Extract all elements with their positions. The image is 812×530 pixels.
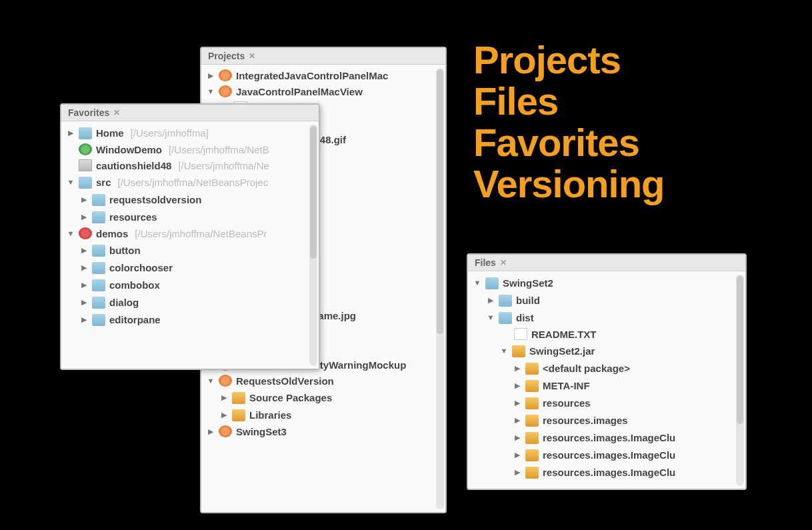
scrollbar[interactable] bbox=[736, 275, 744, 486]
tree-row[interactable]: ▶Home[/Users/jmhoffma] bbox=[63, 124, 317, 141]
folder-orange-icon bbox=[525, 380, 539, 392]
tree-item-label: src bbox=[96, 177, 111, 188]
expander-icon[interactable]: ▼ bbox=[67, 229, 75, 237]
expander-icon[interactable]: ▶ bbox=[220, 411, 228, 419]
expander-icon[interactable]: ▶ bbox=[513, 381, 521, 390]
java-icon bbox=[79, 227, 92, 239]
tree-row[interactable]: ▶SwingSet3 bbox=[203, 423, 444, 439]
expander-icon[interactable]: ▼ bbox=[207, 377, 215, 385]
tree-row[interactable]: ▶dialog bbox=[63, 293, 317, 311]
close-icon[interactable]: ✕ bbox=[500, 258, 507, 267]
tree-row[interactable]: ▶resources.images.ImageClu bbox=[469, 446, 744, 463]
tree-row[interactable]: ▶build bbox=[469, 291, 744, 309]
close-icon[interactable]: ✕ bbox=[113, 108, 120, 117]
folder-orange-icon bbox=[525, 432, 539, 444]
tree-row[interactable]: ▼dist bbox=[469, 309, 744, 326]
folder-orange-icon bbox=[232, 409, 245, 421]
tree-row[interactable]: ▶resources bbox=[63, 208, 317, 225]
close-icon[interactable]: ✕ bbox=[249, 51, 255, 61]
tree-row[interactable]: ▶<default package> bbox=[469, 359, 744, 377]
expander-icon[interactable]: ▶ bbox=[487, 296, 495, 305]
expander-icon[interactable]: ▼ bbox=[473, 279, 481, 287]
tree-row[interactable]: ▶resources.images bbox=[469, 411, 744, 429]
tree-item-label: SwingSet2.jar bbox=[529, 345, 595, 357]
expander-icon[interactable]: ▶ bbox=[80, 195, 88, 204]
scrollbar[interactable] bbox=[309, 125, 317, 366]
projects-panel-title[interactable]: Projects ✕ bbox=[201, 48, 445, 65]
files-panel-title[interactable]: Files ✕ bbox=[468, 255, 745, 271]
expander-icon[interactable]: ▶ bbox=[207, 427, 215, 436]
folder-icon bbox=[92, 297, 105, 309]
tree-row[interactable]: ▶IntegratedJavaControlPanelMac bbox=[203, 67, 444, 83]
tree-row[interactable]: cautionshield48[/Users/jmhoffma/Ne bbox=[63, 157, 317, 173]
favorites-tree[interactable]: ▶Home[/Users/jmhoffma]WindowDemo[/Users/… bbox=[61, 121, 319, 369]
expander-icon[interactable]: ▶ bbox=[80, 263, 88, 272]
tree-row[interactable]: ▶resources.images.ImageClu bbox=[469, 463, 744, 481]
favorites-panel-title[interactable]: Favorites ✕ bbox=[61, 105, 319, 121]
expander-icon[interactable]: ▶ bbox=[513, 433, 521, 442]
scrollbar-thumb[interactable] bbox=[310, 126, 317, 259]
folder-orange-icon bbox=[525, 415, 539, 427]
tree-item-hint: [/Users/jmhoffma/NetBeansPr bbox=[135, 228, 267, 239]
files-panel[interactable]: Files ✕ ▼SwingSet2▶build▼distREADME.TXT▼… bbox=[467, 253, 747, 490]
tree-row[interactable]: ▶resources.images.ImageClu bbox=[469, 429, 744, 446]
tree-row[interactable]: ▶Source Packages bbox=[203, 389, 444, 406]
expander-icon[interactable]: ▶ bbox=[513, 364, 521, 373]
tree-row[interactable]: ▶META-INF bbox=[469, 377, 744, 394]
tree-item-label: README.TXT bbox=[531, 329, 597, 340]
tree-item-label: resources.images.ImageClu bbox=[543, 467, 675, 478]
scrollbar-thumb[interactable] bbox=[737, 276, 743, 424]
tree-row[interactable]: ▼SwingSet2.jar bbox=[469, 342, 744, 359]
tree-item-label: JavaControlPanelMacView bbox=[236, 86, 363, 97]
tree-row[interactable]: ▼SwingSet2 bbox=[469, 274, 744, 291]
tree-row[interactable]: ▶resources bbox=[469, 394, 744, 411]
expander-icon[interactable]: ▶ bbox=[80, 315, 88, 324]
tree-row[interactable]: README.TXT bbox=[469, 326, 744, 342]
expander-icon[interactable]: ▶ bbox=[80, 213, 88, 221]
folder-orange-icon bbox=[232, 392, 245, 404]
folder-icon bbox=[79, 127, 92, 139]
tree-item-label: RequestsOldVersion bbox=[236, 375, 334, 387]
tree-item-label: Source Packages bbox=[249, 392, 332, 403]
tree-item-label: combobox bbox=[109, 279, 160, 291]
tree-item-label: resources.images bbox=[543, 415, 628, 426]
tree-row[interactable]: ▼JavaControlPanelMacView bbox=[203, 83, 444, 99]
scrollbar-thumb[interactable] bbox=[437, 69, 443, 334]
folder-icon bbox=[92, 194, 105, 206]
project-icon bbox=[219, 425, 232, 437]
files-tree[interactable]: ▼SwingSet2▶build▼distREADME.TXT▼SwingSet… bbox=[468, 271, 745, 489]
tree-row[interactable]: ▶editorpane bbox=[63, 311, 317, 328]
tree-row[interactable]: ▶button bbox=[63, 241, 317, 259]
tree-item-label: resources bbox=[109, 211, 157, 223]
expander-icon[interactable]: ▶ bbox=[67, 129, 75, 137]
tree-item-label: SwingSet3 bbox=[236, 426, 287, 437]
scrollbar[interactable] bbox=[436, 68, 444, 509]
tree-row[interactable]: ▼demos[/Users/jmhoffma/NetBeansPr bbox=[63, 225, 317, 241]
expander-icon[interactable]: ▶ bbox=[513, 399, 521, 407]
expander-icon[interactable]: ▶ bbox=[220, 393, 228, 402]
tree-row[interactable]: ▶Libraries bbox=[203, 406, 444, 423]
expander-icon[interactable]: ▼ bbox=[500, 347, 508, 355]
tree-row[interactable]: ▶requestsoldversion bbox=[63, 191, 317, 208]
expander-icon[interactable]: ▼ bbox=[67, 178, 75, 186]
expander-icon[interactable]: ▶ bbox=[80, 246, 88, 255]
tree-row[interactable]: ▶combobox bbox=[63, 276, 317, 293]
tree-row[interactable]: ▼RequestsOldVersion bbox=[203, 373, 444, 389]
tree-row[interactable]: ▶colorchooser bbox=[63, 259, 317, 276]
expander-icon[interactable]: ▶ bbox=[513, 468, 521, 477]
tree-item-hint: [/Users/jmhoffma/Ne bbox=[178, 160, 269, 171]
tree-item-hint: [/Users/jmhoffma] bbox=[131, 127, 209, 139]
expander-icon[interactable]: ▶ bbox=[513, 451, 521, 459]
folder-orange-icon bbox=[525, 397, 539, 409]
expander-icon[interactable]: ▼ bbox=[487, 313, 495, 321]
expander-icon[interactable]: ▶ bbox=[207, 71, 215, 80]
favorites-panel[interactable]: Favorites ✕ ▶Home[/Users/jmhoffma]Window… bbox=[60, 103, 320, 370]
tree-item-label: dialog bbox=[109, 297, 139, 308]
tree-row[interactable]: WindowDemo[/Users/jmhoffma/NetB bbox=[63, 141, 317, 157]
tree-row[interactable]: ▼src[/Users/jmhoffma/NetBeansProjec bbox=[63, 173, 317, 191]
expander-icon[interactable]: ▼ bbox=[207, 87, 215, 95]
folder-orange-icon bbox=[512, 345, 525, 357]
expander-icon[interactable]: ▶ bbox=[513, 416, 521, 425]
expander-icon[interactable]: ▶ bbox=[80, 298, 88, 307]
expander-icon[interactable]: ▶ bbox=[80, 281, 88, 289]
